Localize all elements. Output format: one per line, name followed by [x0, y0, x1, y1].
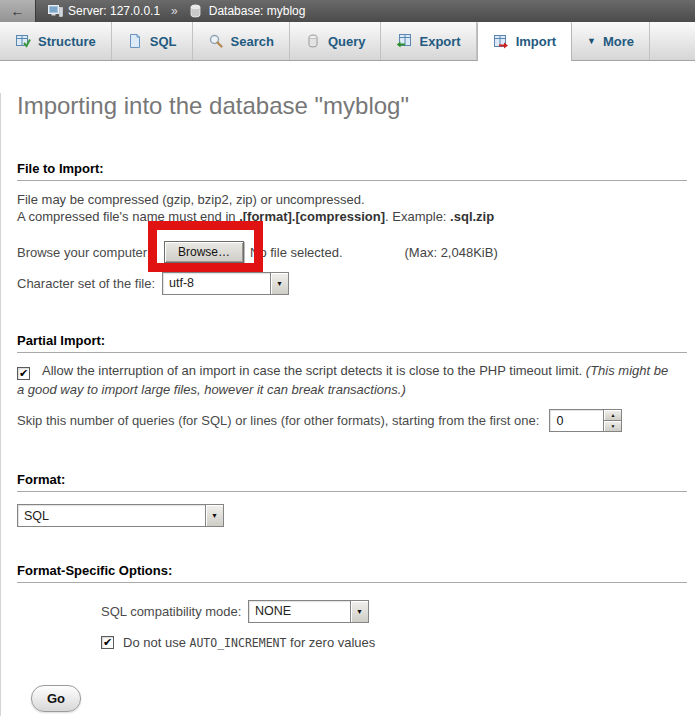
charset-label: Character set of the file:	[17, 276, 162, 291]
browse-button[interactable]: Browse…	[164, 241, 244, 263]
tab-more[interactable]: ▼ More	[572, 22, 650, 60]
breadcrumb-database-link[interactable]: Database: myblog	[209, 4, 306, 18]
back-button[interactable]: ←	[0, 0, 36, 22]
tab-label: Export	[419, 34, 460, 49]
select-arrow-icon[interactable]: ▼	[350, 601, 368, 622]
page-title: Importing into the database "myblog"	[17, 93, 687, 119]
no-file-selected-text: No file selected.	[250, 245, 343, 260]
chevron-down-icon: ▼	[587, 36, 596, 46]
search-icon	[208, 33, 224, 49]
tab-label: Import	[516, 34, 556, 49]
tab-label: More	[603, 34, 634, 49]
allow-interruption-checkbox[interactable]: ✔	[17, 367, 30, 380]
section-rule	[17, 491, 687, 492]
breadcrumb-bar: ← Server: 127.0.0.1 » Database: myblog	[0, 0, 695, 22]
breadcrumb-separator: »	[171, 4, 178, 18]
sql-compat-label: SQL compatibility mode:	[101, 604, 248, 619]
autoinc-suffix: for zero values	[286, 635, 375, 650]
tab-import[interactable]: Import	[477, 22, 572, 61]
format-select-value: SQL	[18, 505, 205, 526]
auto-increment-checkbox[interactable]: ✔	[101, 636, 114, 649]
tab-label: Structure	[38, 34, 96, 49]
skip-queries-label: Skip this number of queries (for SQL) or…	[17, 413, 539, 428]
help-line2-example: .sql.zip	[450, 209, 494, 224]
browse-computer-label: Browse your computer:	[17, 245, 164, 260]
allow-interruption-italic1: (This might be	[586, 363, 668, 378]
allow-interruption-row: ✔Allow the interruption of an import in …	[17, 361, 687, 399]
section-title-partial-import: Partial Import:	[17, 333, 687, 348]
auto-increment-label: Do not use AUTO_INCREMENT for zero value…	[123, 635, 375, 650]
spinner-down-icon[interactable]: ▼	[604, 420, 621, 431]
sql-icon	[127, 33, 143, 49]
breadcrumb: Server: 127.0.0.1 » Database: myblog	[48, 4, 305, 18]
skip-queries-value: 0	[550, 410, 603, 431]
tab-label: Search	[231, 34, 274, 49]
help-line2-mid: . Example:	[385, 209, 450, 224]
skip-queries-input[interactable]: 0 ▲ ▼	[549, 409, 622, 432]
tab-label: SQL	[150, 34, 177, 49]
tab-sql[interactable]: SQL	[112, 22, 193, 60]
tab-bar: Structure SQL Search Query	[0, 22, 695, 61]
export-icon	[396, 33, 412, 49]
file-import-help-text: File may be compressed (gzip, bzip2, zip…	[17, 191, 687, 225]
breadcrumb-server-link[interactable]: Server: 127.0.0.1	[68, 4, 160, 18]
tab-export[interactable]: Export	[381, 22, 476, 60]
main-content: Importing into the database "myblog" Fil…	[0, 93, 695, 716]
select-arrow-icon[interactable]: ▼	[270, 273, 288, 294]
help-line2-format: .[format].[compression]	[239, 209, 385, 224]
server-icon	[48, 4, 63, 18]
section-rule	[17, 582, 687, 583]
tab-search[interactable]: Search	[193, 22, 290, 60]
go-button[interactable]: Go	[31, 685, 81, 712]
format-select[interactable]: SQL ▼	[17, 504, 224, 527]
database-icon	[189, 4, 204, 18]
import-icon	[493, 34, 509, 50]
section-title-file-to-import: File to Import:	[17, 161, 687, 176]
tab-label: Query	[328, 34, 366, 49]
tab-query[interactable]: Query	[290, 22, 382, 60]
structure-icon	[15, 33, 31, 49]
autoinc-code: AUTO_INCREMENT	[190, 636, 287, 650]
charset-select[interactable]: utf-8 ▼	[162, 272, 289, 295]
allow-interruption-text: Allow the interruption of an import in c…	[42, 363, 586, 378]
section-rule	[17, 352, 687, 353]
max-size-text: (Max: 2,048KiB)	[405, 245, 498, 260]
tab-structure[interactable]: Structure	[0, 22, 112, 60]
charset-select-value: utf-8	[163, 273, 270, 294]
help-line1: File may be compressed (gzip, bzip2, zip…	[17, 192, 365, 207]
section-rule	[17, 180, 687, 181]
spinner-up-icon[interactable]: ▲	[604, 410, 621, 420]
sql-compat-select-value: NONE	[249, 601, 350, 622]
sql-compat-select[interactable]: NONE ▼	[248, 600, 369, 623]
autoinc-prefix: Do not use	[123, 635, 190, 650]
allow-interruption-italic2: a good way to import large files, howeve…	[17, 382, 406, 397]
query-icon	[305, 33, 321, 49]
select-arrow-icon[interactable]: ▼	[205, 505, 223, 526]
help-line2-prefix: A compressed file's name must end in	[17, 209, 239, 224]
section-title-format-options: Format-Specific Options:	[17, 563, 687, 578]
section-title-format: Format:	[17, 472, 687, 487]
